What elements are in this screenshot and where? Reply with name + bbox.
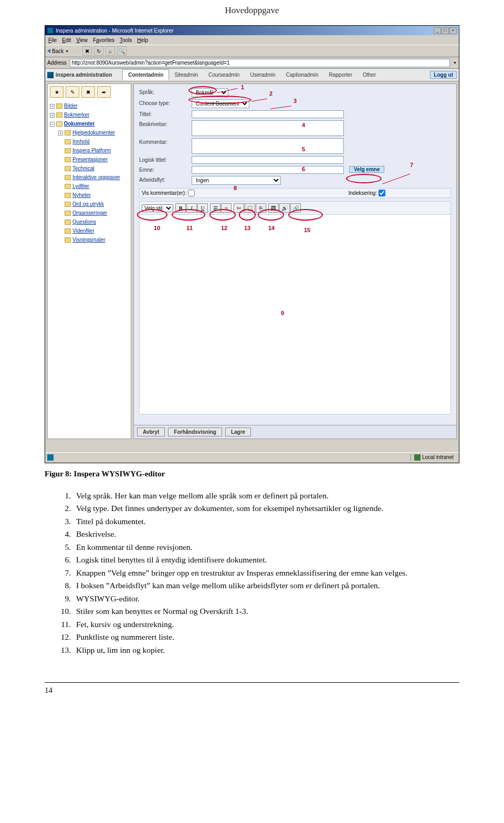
delete-icon[interactable]: ✖: [81, 86, 95, 98]
copy-button[interactable]: ⎘: [256, 203, 266, 213]
tab-captionadmin[interactable]: Captionadmin: [281, 70, 324, 80]
emne-input[interactable]: [192, 166, 344, 174]
tab-rapporter[interactable]: Rapporter: [324, 70, 358, 80]
paste-button[interactable]: 📋: [245, 203, 255, 213]
editor-canvas[interactable]: [139, 215, 451, 414]
tree-technical[interactable]: Technical: [72, 164, 94, 173]
folder-icon: [65, 237, 71, 243]
form-footer: Avbryt Forhåndsvisning Lagre: [134, 425, 456, 439]
number-list-button[interactable]: ≡: [221, 203, 232, 213]
tittel-input[interactable]: [192, 110, 344, 118]
sprak-select[interactable]: Bokmål: [192, 88, 228, 97]
brand-text: inspera administration: [56, 72, 112, 78]
folder-icon: [65, 184, 71, 189]
cut-button[interactable]: ✄: [234, 203, 244, 213]
tree-bilder[interactable]: Bilder: [64, 102, 78, 110]
underline-button[interactable]: U: [197, 203, 208, 213]
bullet-list-button[interactable]: ☰: [210, 203, 220, 213]
minimize-button[interactable]: _: [434, 27, 441, 34]
bold-button[interactable]: B: [175, 203, 186, 213]
expand-icon[interactable]: +: [50, 113, 55, 118]
ie-toolbar: Back ▼ → ▪ ✖ ↻ ⌂ 🔍: [45, 45, 459, 57]
footer-rule: [45, 682, 459, 683]
link-button[interactable]: 🔗: [290, 203, 301, 213]
editor-toolbar: Velg stil B I U ☰ ≡ ✄: [139, 201, 451, 215]
arbeidsflyt-select[interactable]: Ingen: [192, 176, 281, 185]
list-item: Knappen ”Velg emne” bringer opp en trest…: [73, 567, 459, 579]
move-icon[interactable]: ➨: [97, 86, 111, 98]
list-item: I boksen ”Arbeidsflyt” kan man velge mel…: [73, 580, 459, 591]
expand-icon[interactable]: +: [58, 131, 63, 136]
home-button[interactable]: ⌂: [106, 46, 115, 56]
address-input[interactable]: [70, 59, 450, 67]
vis-kommentar-checkbox[interactable]: [188, 190, 195, 196]
list-item: WYSIWYG-editor.: [73, 593, 459, 605]
tab-useradmin[interactable]: Useradmin: [245, 70, 280, 80]
tree-visningsmaler[interactable]: Visningsmaler: [72, 236, 106, 244]
avbryt-button[interactable]: Avbryt: [137, 428, 165, 436]
velg-emne-button[interactable]: Velg emne: [349, 166, 384, 173]
indeksering-checkbox[interactable]: [379, 190, 385, 196]
tab-other[interactable]: Other: [358, 70, 381, 80]
sprak-label: Språk:: [139, 88, 192, 95]
lagre-button[interactable]: Lagre: [225, 428, 251, 436]
menu-tools[interactable]: Tools: [120, 37, 132, 43]
tree-hjelpedokumenter[interactable]: Hjelpedokumenter: [72, 129, 115, 137]
tree-nyheter[interactable]: Nyheter: [72, 191, 91, 200]
tree-bokmerker[interactable]: Bokmerker: [64, 111, 89, 119]
tab-contentadmin[interactable]: Contentadmin: [122, 69, 169, 80]
forhandsvisning-button[interactable]: Forhåndsvisning: [168, 428, 222, 436]
ie-status-icon: [47, 454, 54, 461]
style-select[interactable]: Velg stil: [142, 204, 173, 212]
ie-addressbar: Address ▼: [45, 57, 459, 69]
choose-label: Choose type:: [139, 99, 192, 106]
tittel-label: Tittel:: [139, 110, 192, 117]
tree-innhold[interactable]: Innhold: [72, 138, 90, 146]
back-button[interactable]: Back ▼: [47, 48, 69, 54]
tree-ord[interactable]: Ord og utrykk: [72, 200, 104, 209]
tab-siteadmin[interactable]: Siteadmin: [169, 70, 203, 80]
tree-inspera-platform[interactable]: Inspera Platform: [72, 147, 111, 155]
italic-button[interactable]: I: [186, 203, 197, 213]
folder-tree: +Bilder +Bokmerker −Dokumenter +Hjelpedo…: [50, 102, 129, 244]
beskrivelse-input[interactable]: [192, 120, 344, 136]
collapse-icon[interactable]: −: [50, 122, 55, 127]
menu-help[interactable]: Help: [137, 37, 148, 43]
media-button[interactable]: 🔊: [279, 203, 290, 213]
list-item: Fet, kursiv og understrekning.: [73, 619, 459, 630]
ie-statusbar: Local intranet: [45, 452, 459, 462]
image-button[interactable]: 🖼: [268, 203, 279, 213]
new-folder-icon[interactable]: ✎: [66, 86, 79, 98]
folder-icon: [65, 130, 71, 136]
tree-lydfiler[interactable]: Lydfiler: [72, 182, 89, 191]
menu-edit[interactable]: Edit: [62, 37, 71, 43]
logisk-input[interactable]: [192, 156, 344, 164]
menu-file[interactable]: File: [48, 37, 57, 43]
tab-courseadmin[interactable]: Courseadmin: [203, 70, 245, 80]
tree-questions[interactable]: Questions: [72, 218, 96, 226]
menu-view[interactable]: View: [76, 37, 88, 43]
list-item: Punktliste og nummerert liste.: [73, 631, 459, 643]
tree-presentasjoner[interactable]: Presentasjoner: [72, 155, 108, 164]
beskrivelse-label: Beskrivelse:: [139, 120, 192, 127]
list-item: Stiler som kan benyttes er Normal og Ove…: [73, 606, 459, 617]
refresh-button[interactable]: ↻: [94, 46, 103, 56]
kommentar-input[interactable]: [192, 138, 344, 154]
tree-interaktive[interactable]: Interaktive oppgaver: [72, 173, 120, 182]
maximize-button[interactable]: □: [442, 27, 449, 34]
menu-favorites[interactable]: Favorites: [93, 37, 114, 43]
ie-logo-icon: [47, 27, 54, 34]
stop-button[interactable]: ✖: [82, 46, 92, 56]
tree-dokumenter[interactable]: Dokumenter: [64, 120, 94, 128]
logout-button[interactable]: Logg ut: [430, 71, 457, 79]
list-item: En kommentar til denne revisjonen.: [73, 541, 459, 553]
list-item: Velg språk. Her kan man velge mellom all…: [73, 490, 459, 502]
close-button[interactable]: ×: [449, 27, 457, 34]
new-doc-icon[interactable]: ★: [50, 86, 64, 98]
type-select[interactable]: Content Document: [192, 99, 249, 108]
tree-videofiler[interactable]: Videofiler: [72, 227, 94, 235]
search-button[interactable]: 🔍: [117, 46, 127, 56]
expand-icon[interactable]: +: [50, 104, 55, 109]
folder-icon: [65, 220, 71, 225]
tree-organiseringer[interactable]: Organiseringer: [72, 209, 107, 217]
